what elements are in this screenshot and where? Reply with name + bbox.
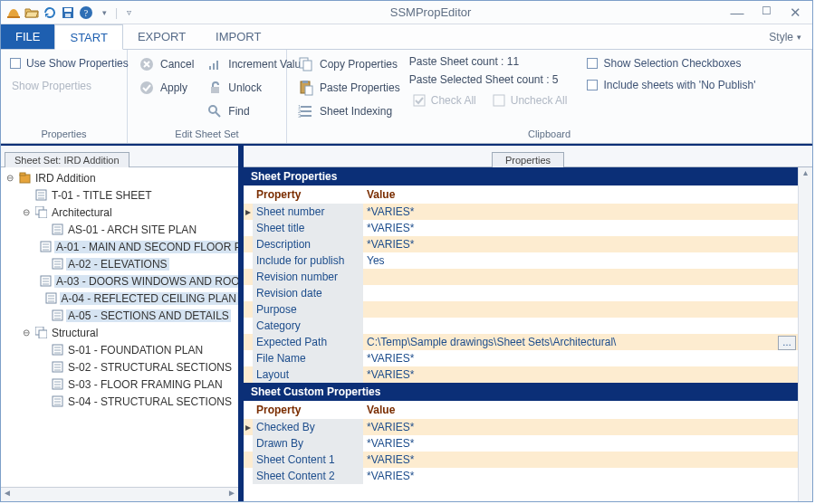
- collapse-icon[interactable]: ⊖: [21, 207, 32, 217]
- svg-rect-3: [65, 14, 71, 17]
- tree-item[interactable]: T-01 - TITLE SHEET: [21, 186, 238, 204]
- apply-button[interactable]: Apply: [135, 77, 197, 99]
- property-row[interactable]: Revision number: [244, 269, 798, 285]
- check-all-icon: [413, 94, 426, 107]
- tree-group-architectural[interactable]: ⊖Architectural: [21, 204, 238, 221]
- tree-tab[interactable]: Sheet Set: IRD Addition: [5, 152, 129, 167]
- property-row[interactable]: ▸Checked By*VARIES*: [244, 419, 798, 435]
- property-value[interactable]: *VARIES*: [363, 453, 798, 466]
- qat-dropdown-icon[interactable]: ▾: [97, 5, 111, 20]
- cancel-button[interactable]: Cancel: [135, 53, 197, 75]
- property-value[interactable]: *VARIES*: [363, 437, 798, 450]
- svg-rect-9: [213, 63, 215, 70]
- tree-item-label: A-01 - MAIN AND SECOND FLOOR PLAN: [54, 241, 238, 253]
- property-row[interactable]: Purpose: [244, 301, 798, 318]
- property-name: Purpose: [253, 301, 363, 318]
- style-label: Style: [769, 31, 793, 43]
- include-no-publish-checkbox[interactable]: Include sheets with 'No Publish': [585, 75, 766, 95]
- tree-item[interactable]: S-01 - FOUNDATION PLAN: [37, 341, 238, 358]
- show-properties-button[interactable]: Show Properties: [8, 75, 130, 97]
- property-row[interactable]: Include for publishYes: [244, 252, 798, 269]
- property-value[interactable]: *VARIES*: [363, 470, 798, 482]
- copy-icon: [298, 56, 314, 72]
- property-value[interactable]: *VARIES*: [363, 352, 798, 365]
- property-value[interactable]: *VARIES*: [363, 238, 798, 251]
- qat-overflow-icon[interactable]: ▿: [121, 5, 136, 20]
- tree-item[interactable]: AS-01 - ARCH SITE PLAN: [37, 221, 238, 238]
- show-selection-checkboxes[interactable]: Show Selection Checkboxes: [585, 53, 766, 73]
- tree-item[interactable]: A-02 - ELEVATIONS: [37, 255, 238, 272]
- uncheck-all-button[interactable]: Uncheck All: [489, 90, 571, 111]
- tree-item[interactable]: A-01 - MAIN AND SECOND FLOOR PLAN: [37, 238, 238, 255]
- sheet-icon: [34, 189, 47, 202]
- style-dropdown[interactable]: Style ▾: [758, 24, 812, 49]
- close-button[interactable]: ✕: [787, 5, 803, 21]
- browse-button[interactable]: …: [778, 336, 796, 350]
- tree-item[interactable]: A-05 - SECTIONS AND DETAILS: [37, 307, 238, 324]
- property-row[interactable]: File Name*VARIES*: [244, 350, 798, 366]
- property-row[interactable]: Expected PathC:\Temp\Sample drawings\She…: [244, 334, 798, 350]
- property-value[interactable]: *VARIES*: [363, 421, 798, 433]
- maximize-button[interactable]: ☐: [758, 5, 774, 21]
- tree-root-item[interactable]: ⊖IRD Addition: [5, 169, 238, 186]
- tree-item[interactable]: S-03 - FLOOR FRAMING PLAN: [37, 376, 238, 393]
- tree-item-label: A-04 - REFLECTED CEILING PLAN: [60, 292, 238, 305]
- copy-properties-button[interactable]: Copy Properties: [294, 53, 404, 75]
- check-all-button[interactable]: Check All: [409, 90, 480, 111]
- paste-properties-button[interactable]: Paste Properties: [294, 77, 404, 99]
- scroll-right-icon[interactable]: ►: [227, 488, 236, 501]
- help-icon[interactable]: ?: [79, 5, 93, 20]
- property-value[interactable]: Yes: [363, 254, 798, 267]
- property-value[interactable]: C:\Temp\Sample drawings\Sheet Sets\Archi…: [363, 336, 798, 348]
- property-row[interactable]: Description*VARIES*: [244, 236, 798, 252]
- tab-file[interactable]: FILE: [1, 24, 54, 49]
- tree-item[interactable]: S-02 - STRUCTURAL SECTIONS: [37, 358, 238, 376]
- property-name: Sheet Content 2: [253, 468, 363, 484]
- tree-group-structural[interactable]: ⊖Structural: [21, 324, 238, 341]
- property-row[interactable]: Drawn By*VARIES*: [244, 435, 798, 452]
- property-value[interactable]: *VARIES*: [363, 368, 798, 381]
- sheet-indexing-button[interactable]: 123 Sheet Indexing: [294, 100, 404, 122]
- paste-icon: [298, 80, 314, 96]
- svg-rect-0: [7, 16, 20, 18]
- properties-tab[interactable]: Properties: [492, 152, 564, 167]
- property-row[interactable]: Sheet Content 2*VARIES*: [244, 468, 798, 484]
- properties-vertical-scrollbar[interactable]: ▴: [798, 167, 812, 501]
- increment-icon: [206, 56, 223, 72]
- tree-item-label: Structural: [50, 327, 100, 339]
- tree-item[interactable]: S-04 - STRUCTURAL SECTIONS: [37, 393, 238, 410]
- property-row[interactable]: ▸Sheet number*VARIES*: [244, 204, 798, 220]
- svg-rect-10: [216, 61, 218, 70]
- property-row[interactable]: Sheet title*VARIES*: [244, 220, 798, 236]
- tree-item[interactable]: A-04 - REFLECTED CEILING PLAN: [37, 290, 238, 307]
- use-show-properties-checkbox[interactable]: Use Show Properties: [8, 53, 130, 73]
- property-row[interactable]: Layout*VARIES*: [244, 366, 798, 383]
- collapse-icon[interactable]: ⊖: [5, 173, 15, 183]
- scroll-left-icon[interactable]: ◄: [3, 488, 12, 501]
- quick-access-toolbar: ? ▾ | ▿: [1, 5, 141, 20]
- tree-item[interactable]: A-03 - DOORS WINDOWS AND ROOM FINISH: [37, 272, 238, 290]
- property-name: Include for publish: [253, 252, 363, 269]
- section-header: Sheet Custom Properties: [244, 383, 798, 401]
- property-name: Revision date: [253, 285, 363, 301]
- open-icon[interactable]: [24, 5, 39, 20]
- collapse-icon[interactable]: ⊖: [21, 328, 32, 338]
- tab-start[interactable]: START: [54, 24, 122, 50]
- sheet-icon: [51, 258, 63, 271]
- scroll-up-icon[interactable]: ▴: [799, 167, 812, 182]
- save-icon[interactable]: [61, 5, 75, 20]
- tab-export[interactable]: EXPORT: [123, 24, 201, 49]
- property-row[interactable]: Category: [244, 318, 798, 334]
- ribbon: Use Show Properties Show Properties Prop…: [1, 50, 812, 144]
- property-row[interactable]: Sheet Content 1*VARIES*: [244, 452, 798, 468]
- property-name: Sheet title: [253, 220, 363, 236]
- tab-import[interactable]: IMPORT: [201, 24, 276, 49]
- property-value[interactable]: *VARIES*: [363, 205, 798, 218]
- property-value[interactable]: *VARIES*: [363, 222, 798, 234]
- minimize-button[interactable]: —: [729, 5, 745, 21]
- property-row[interactable]: Revision date: [244, 285, 798, 301]
- property-name: Description: [253, 236, 363, 252]
- refresh-icon[interactable]: [43, 5, 57, 20]
- tree-horizontal-scrollbar[interactable]: ◄ ►: [1, 487, 238, 501]
- group-label-edit-sheet-set: Edit Sheet Set: [128, 127, 286, 143]
